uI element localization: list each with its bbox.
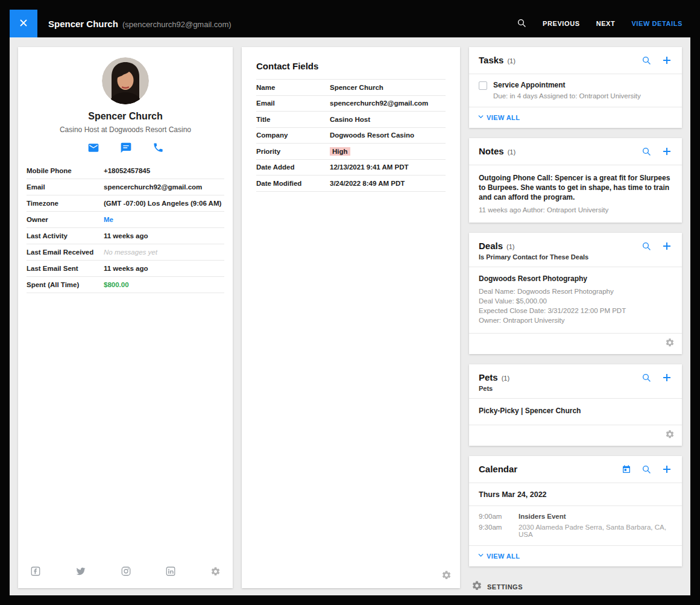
summary-row-spent: Spent (All Time) $800.00 (27, 277, 224, 293)
facebook-button[interactable] (30, 566, 41, 578)
deals-title: Deals (479, 241, 503, 251)
send-sms-button[interactable] (120, 142, 132, 156)
summary-row-last-email-received: Last Email Received No messages yet (27, 244, 224, 261)
deals-settings-button[interactable] (665, 338, 675, 349)
tasks-header: Tasks (1) (469, 47, 682, 74)
calendar-icon (622, 464, 631, 476)
contact-summary-card: Spencer Church Casino Host at Dogwoods R… (18, 47, 233, 588)
field-label: Priority (256, 148, 330, 155)
task-item[interactable]: Service Appointment Due: in 4 days Assig… (469, 74, 682, 107)
field-label: Date Modified (256, 180, 330, 187)
twitter-button[interactable] (75, 566, 86, 578)
contact-fields-settings-button[interactable] (441, 570, 452, 582)
instagram-button[interactable] (121, 566, 131, 578)
event-location: 2030 Alameda Padre Serra, Santa Barbara,… (519, 524, 672, 538)
calendar-add-button[interactable] (661, 464, 672, 477)
deal-value-line: Deal Value: $5,000.00 (479, 296, 672, 306)
contact-field-row-date-added: Date Added 12/13/2021 9:41 AM PDT (256, 160, 446, 176)
field-label: Email (27, 183, 104, 191)
company-value[interactable]: Dogwoods Resort Casino (330, 131, 414, 139)
field-value[interactable]: +18052457845 (104, 167, 150, 174)
priority-badge[interactable]: High (330, 147, 350, 156)
calendar-date-header: Thurs Mar 24, 2022 (469, 483, 682, 506)
calendar-search-button[interactable] (642, 464, 651, 476)
tasks-view-all-button[interactable]: VIEW ALL (469, 107, 528, 128)
note-text: Outgoing Phone Call: Spencer is a great … (479, 173, 672, 202)
field-value[interactable]: Spencer Church (330, 84, 383, 91)
notes-header: Notes (1) (469, 138, 682, 165)
notes-title: Notes (479, 146, 504, 156)
field-value: 12/13/2021 9:41 AM PDT (330, 163, 409, 171)
field-value: No messages yet (104, 249, 157, 256)
deals-add-button[interactable] (661, 241, 672, 253)
calendar-title: Calendar (479, 464, 517, 474)
tasks-add-button[interactable] (661, 55, 672, 68)
notes-count: (1) (508, 148, 516, 156)
calendar-header: Calendar (469, 456, 682, 483)
search-icon (642, 55, 651, 67)
deal-item[interactable]: Dogwoods Resort Photography Deal Name: D… (469, 267, 682, 334)
summary-settings-button[interactable] (210, 566, 221, 578)
notes-add-button[interactable] (661, 146, 672, 159)
plus-icon (661, 241, 672, 253)
header-search-button[interactable] (517, 18, 526, 30)
calendar-event[interactable]: 9:00am Insiders Event (469, 511, 682, 522)
widgets-settings-button[interactable] (471, 580, 482, 593)
note-item[interactable]: Outgoing Phone Call: Spencer is a great … (469, 165, 682, 223)
send-email-button[interactable] (87, 142, 99, 156)
calendar-view-all-button[interactable]: VIEW ALL (469, 546, 528, 566)
notes-search-button[interactable] (642, 147, 651, 158)
deals-count: (1) (506, 243, 514, 250)
field-value: 11 weeks ago (104, 232, 148, 239)
owner-link[interactable]: Me (104, 216, 113, 223)
field-value[interactable]: Casino Host (330, 116, 370, 123)
settings-label: SETTINGS (487, 583, 523, 591)
header: Spencer Church (spencerchurch92@gmail.co… (10, 10, 690, 37)
field-value[interactable]: spencerchurch92@gmail.com (104, 183, 202, 191)
deals-search-button[interactable] (642, 241, 651, 253)
previous-button[interactable]: PREVIOUS (543, 20, 580, 27)
phone-icon (153, 142, 164, 156)
deals-header: Deals (1) Is Primary Contact for These D… (469, 233, 682, 267)
call-button[interactable] (153, 142, 164, 156)
task-checkbox[interactable] (479, 81, 487, 90)
pets-add-button[interactable] (661, 372, 672, 385)
calendar-event[interactable]: 9:30am 2030 Alameda Padre Serra, Santa B… (469, 522, 682, 540)
event-text: Insiders Event (519, 513, 566, 520)
view-details-button[interactable]: VIEW DETAILS (631, 20, 683, 27)
summary-row-mobile-phone: Mobile Phone +18052457845 (27, 163, 224, 179)
deals-card: Deals (1) Is Primary Contact for These D… (469, 233, 682, 354)
summary-row-owner: Owner Me (27, 212, 224, 228)
pets-settings-button[interactable] (665, 429, 675, 441)
event-time: 9:00am (479, 513, 519, 520)
chat-icon (120, 142, 132, 156)
field-value[interactable]: (GMT -07:00) Los Angeles (9:06 AM) (104, 200, 221, 207)
gear-icon (665, 338, 675, 349)
event-time: 9:30am (479, 524, 519, 538)
deal-close-date-line: Expected Close Date: 3/31/2022 12:00 PM … (479, 306, 672, 315)
field-label: Last Activity (27, 232, 104, 239)
tasks-card: Tasks (1) (469, 47, 682, 128)
pets-search-button[interactable] (642, 373, 651, 384)
contact-fields-title: Contact Fields (256, 47, 446, 80)
contact-fields-card: Contact Fields Name Spencer Church Email… (242, 47, 460, 588)
summary-row-last-activity: Last Activity 11 weeks ago (27, 228, 224, 244)
calendar-open-button[interactable] (622, 464, 631, 476)
plus-icon (661, 55, 672, 68)
pets-card: Pets (1) Pets (469, 364, 682, 446)
plus-icon (661, 372, 672, 385)
next-button[interactable]: NEXT (596, 20, 616, 27)
deal-name-line: Deal Name: Dogwoods Resort Photography (479, 287, 672, 296)
content-area: Spencer Church Casino Host at Dogwoods R… (10, 37, 690, 595)
linkedin-button[interactable] (165, 566, 176, 578)
pet-name: Picky-Picky | Spencer Church (479, 407, 672, 415)
contact-name: Spencer Church (27, 111, 224, 122)
tasks-search-button[interactable] (642, 55, 651, 67)
field-value: 3/24/2022 8:49 AM PDT (330, 180, 405, 187)
search-icon (642, 147, 651, 158)
close-button[interactable] (10, 10, 37, 37)
field-label: Title (256, 116, 330, 123)
pet-item[interactable]: Picky-Picky | Spencer Church (469, 399, 682, 425)
summary-row-email: Email spencerchurch92@gmail.com (27, 179, 224, 195)
field-value[interactable]: spencerchurch92@gmail.com (330, 100, 428, 107)
